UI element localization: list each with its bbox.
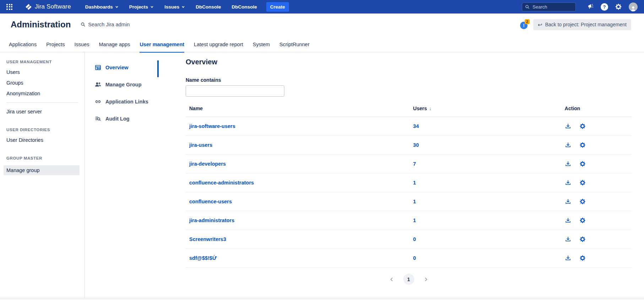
global-search[interactable] — [522, 2, 576, 11]
back-to-project-button[interactable]: ↩ Back to project: Project management — [533, 19, 631, 30]
user-avatar[interactable] — [629, 2, 638, 11]
group-users-count[interactable]: 1 — [413, 180, 416, 186]
admin-search[interactable]: Search Jira admin — [81, 22, 130, 27]
export-download-icon[interactable] — [565, 217, 571, 224]
group-name-link[interactable]: jira-developers — [189, 161, 226, 167]
table-row: sdf@$$!$Ứ 0 — [186, 249, 632, 268]
tab-scriptrunner[interactable]: ScriptRunner — [279, 42, 310, 52]
help-mark: ? — [601, 3, 608, 11]
group-users-count[interactable]: 0 — [413, 236, 416, 242]
column-header-name[interactable]: Name — [186, 106, 413, 117]
page-bottom-divider — [0, 298, 644, 300]
sidebar-item-groups[interactable]: Groups — [6, 80, 84, 86]
nav-audit-log-label: Audit Log — [105, 116, 130, 122]
nav-projects[interactable]: Projects — [129, 4, 154, 10]
tab-projects[interactable]: Projects — [46, 42, 65, 52]
chevron-down-icon — [150, 5, 154, 9]
group-settings-gear-icon[interactable] — [579, 198, 586, 205]
name-contains-input[interactable] — [186, 85, 284, 97]
app-switcher-icon[interactable] — [6, 4, 12, 10]
group-settings-gear-icon[interactable] — [579, 142, 586, 148]
group-users-count[interactable]: 1 — [413, 199, 416, 204]
page-title: Overview — [186, 58, 632, 66]
settings-gear-icon[interactable] — [615, 3, 622, 10]
nav-manage-group[interactable]: Manage Group — [94, 81, 159, 88]
nav-audit-log[interactable]: Audit Log — [94, 115, 159, 122]
group-settings-gear-icon[interactable] — [579, 255, 586, 261]
section-group-master: GROUP MASTER — [6, 156, 84, 160]
group-name-link[interactable]: jira-software-users — [189, 123, 235, 129]
export-download-icon[interactable] — [565, 161, 571, 167]
jira-logo[interactable]: Jira Software — [25, 3, 71, 10]
export-download-icon[interactable] — [565, 236, 571, 242]
chevron-down-icon — [181, 5, 185, 9]
column-header-action: Action — [565, 106, 632, 117]
group-users-count[interactable]: 7 — [413, 161, 416, 167]
nav-dbconsole-1[interactable]: DbConsole — [196, 4, 221, 10]
tab-issues[interactable]: Issues — [75, 42, 89, 52]
table-row: jira-software-users 34 — [186, 117, 632, 136]
header-right: ! 2 ↩ Back to project: Project managemen… — [520, 19, 631, 30]
sidebar-item-manage-group[interactable]: Manage group — [4, 165, 80, 175]
tab-applications[interactable]: Applications — [9, 42, 37, 52]
nav-overview[interactable]: Overview — [94, 64, 159, 71]
body-layout: USER MANAGEMENT Users Groups Anonymizati… — [0, 52, 644, 298]
group-name-link[interactable]: jira-users — [189, 142, 212, 148]
group-users-count[interactable]: 0 — [413, 255, 416, 261]
group-name-link[interactable]: confluence-users — [189, 199, 232, 204]
group-name-link[interactable]: jira-administrators — [189, 218, 234, 223]
search-icon — [525, 5, 530, 9]
group-settings-gear-icon[interactable] — [579, 123, 586, 129]
nav-application-links[interactable]: Application Links — [94, 98, 159, 105]
sidebar-item-anonymization[interactable]: Anonymization — [6, 90, 84, 97]
overview-icon — [94, 64, 102, 71]
sidebar-item-user-directories[interactable]: User Directories — [6, 137, 84, 143]
nav-dbconsole-2[interactable]: DbConsole — [231, 4, 257, 10]
sidebar-item-users[interactable]: Users — [6, 69, 84, 75]
export-download-icon[interactable] — [565, 180, 571, 186]
admin-sidebar: USER MANAGEMENT Users Groups Anonymizati… — [0, 52, 85, 298]
chevron-down-icon — [115, 5, 119, 9]
secondary-nav: Overview Manage Group — [85, 52, 159, 298]
tab-system[interactable]: System — [253, 42, 270, 52]
main-content: Overview Name contains Name Users↓ Actio… — [159, 52, 644, 298]
create-button[interactable]: Create — [266, 2, 289, 12]
jira-admin-page: Jira Software Dashboards Projects Issues… — [0, 0, 644, 300]
back-to-project-label: Back to project: Project management — [545, 22, 627, 27]
column-header-users[interactable]: Users↓ — [413, 106, 565, 117]
group-users-count[interactable]: 30 — [413, 142, 419, 148]
table-row: jira-developers 7 — [186, 155, 632, 173]
group-settings-gear-icon[interactable] — [579, 236, 586, 242]
help-icon[interactable]: ? — [601, 3, 608, 11]
group-name-link[interactable]: sdf@$$!$Ứ — [189, 255, 217, 261]
audit-log-icon — [94, 115, 102, 122]
export-download-icon[interactable] — [565, 198, 571, 205]
group-name-link[interactable]: confluence-administrators — [189, 180, 254, 186]
group-settings-gear-icon[interactable] — [579, 217, 586, 224]
table-row: jira-users 30 — [186, 136, 632, 155]
export-download-icon[interactable] — [565, 142, 571, 148]
next-page-icon[interactable] — [424, 277, 428, 282]
nav-issues[interactable]: Issues — [164, 4, 185, 10]
prev-page-icon[interactable] — [390, 277, 394, 282]
sidebar-item-jira-user-server[interactable]: Jira user server — [6, 108, 84, 115]
group-users-count[interactable]: 34 — [413, 123, 419, 129]
group-settings-gear-icon[interactable] — [579, 180, 586, 186]
link-icon — [94, 98, 102, 105]
current-page-button[interactable]: 1 — [403, 274, 414, 285]
name-contains-label: Name contains — [186, 77, 632, 83]
notifications-indicator[interactable]: ! 2 — [520, 20, 529, 29]
export-download-icon[interactable] — [565, 255, 571, 261]
group-name-link[interactable]: Screenwriters3 — [189, 236, 226, 242]
megaphone-icon[interactable] — [587, 3, 594, 10]
page-heading: Administration — [11, 20, 71, 30]
back-arrow-icon: ↩ — [538, 22, 542, 27]
nav-dashboards[interactable]: Dashboards — [85, 4, 119, 10]
tab-latest-upgrade-report[interactable]: Latest upgrade report — [194, 42, 243, 52]
group-users-count[interactable]: 1 — [413, 218, 416, 223]
tab-manage-apps[interactable]: Manage apps — [99, 42, 130, 52]
global-search-input[interactable] — [533, 4, 573, 10]
export-download-icon[interactable] — [565, 123, 571, 129]
group-settings-gear-icon[interactable] — [579, 161, 586, 167]
tab-user-management[interactable]: User management — [140, 42, 184, 52]
